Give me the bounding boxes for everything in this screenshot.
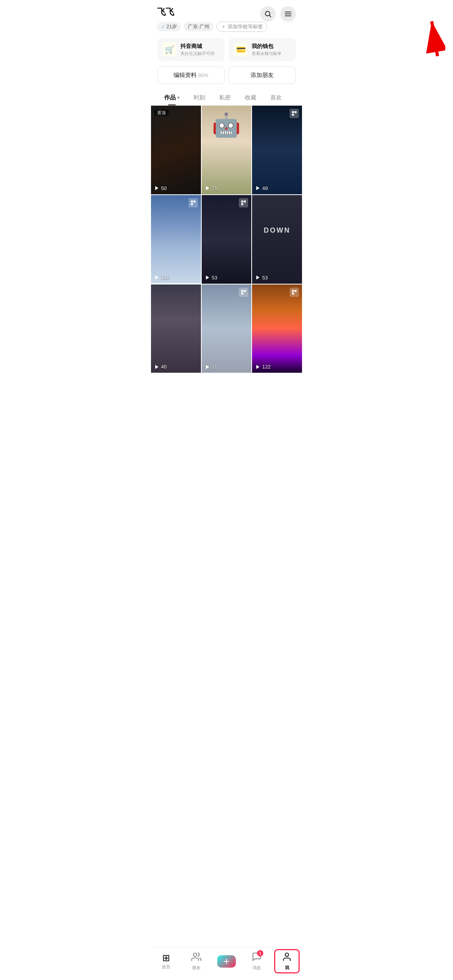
svg-rect-13 (191, 200, 193, 202)
svg-marker-16 (155, 276, 158, 280)
wallet-card-subtitle: 查看余额与账单 (252, 51, 281, 57)
svg-rect-27 (292, 290, 294, 292)
tab-private[interactable]: 私密 (212, 90, 238, 105)
multi-photo-icon (239, 288, 248, 297)
svg-rect-23 (241, 290, 243, 292)
video-item[interactable]: 置顶 50 (151, 106, 201, 194)
video-item[interactable]: 11 (202, 284, 252, 373)
svg-rect-19 (241, 203, 243, 205)
shop-icon: 🛒 (163, 43, 177, 57)
profile-header: 飞飞 ♂ 21岁 广东·广州 ＋ 添加学校等标签 (151, 0, 302, 32)
svg-line-1 (269, 15, 271, 17)
add-tag-button[interactable]: ＋ 添加学校等标签 (216, 22, 267, 32)
emoji-face-overlay: 🤖 (212, 113, 241, 137)
action-buttons: 编辑资料 80% 添加朋友 (151, 67, 302, 84)
tabs-bar: 作品 ▾ 时刻 私密 收藏 喜欢 (151, 90, 302, 106)
video-item[interactable]: 🤖 71 (202, 106, 252, 194)
tab-likes[interactable]: 喜欢 (263, 90, 289, 105)
gender-symbol: ♂ (161, 24, 165, 30)
svg-marker-21 (256, 276, 259, 280)
svg-rect-18 (244, 200, 246, 202)
svg-rect-24 (244, 290, 246, 292)
video-item[interactable]: 122 (252, 284, 302, 373)
video-item[interactable]: 53 (202, 195, 252, 284)
add-friend-button[interactable]: 添加朋友 (228, 67, 296, 84)
wallet-card[interactable]: 💳 我的钱包 查看余额与账单 (228, 38, 296, 61)
video-grid-container: 置顶 50 🤖 71 49 (151, 106, 302, 373)
svg-rect-29 (292, 292, 294, 294)
quick-cards: 🛒 抖音商城 美好生活触手可得 💳 我的钱包 查看余额与账单 (151, 38, 302, 61)
down-text-overlay: DOWN (264, 226, 290, 235)
multi-photo-icon (290, 288, 299, 297)
pin-badge-container: 置顶 (154, 109, 169, 116)
chevron-down-icon: ▾ (177, 95, 180, 100)
svg-marker-22 (155, 365, 158, 369)
video-item[interactable]: 40 (151, 284, 201, 373)
svg-rect-10 (295, 111, 297, 113)
video-item[interactable]: 116 (151, 195, 201, 284)
video-play-count: 49 (255, 185, 268, 191)
svg-marker-8 (206, 186, 209, 190)
location-tag: 广东·广州 (184, 22, 213, 31)
svg-marker-7 (155, 186, 158, 190)
pin-badge: 置顶 (154, 110, 169, 116)
video-item[interactable]: DOWN 53 (252, 195, 302, 284)
video-play-count: 50 (154, 185, 166, 191)
svg-rect-25 (241, 292, 243, 294)
video-play-count: 53 (205, 275, 217, 281)
tab-moments[interactable]: 时刻 (187, 90, 212, 105)
gender-age-tag: ♂ 21岁 (157, 22, 181, 31)
wallet-card-title: 我的钱包 (252, 43, 281, 50)
multi-photo-icon (290, 109, 299, 118)
search-button[interactable] (260, 6, 276, 22)
wallet-icon: 💳 (234, 43, 248, 57)
shop-card-title: 抖音商城 (180, 43, 214, 50)
video-item[interactable]: 49 (252, 106, 302, 194)
svg-rect-11 (292, 114, 294, 116)
menu-button[interactable] (280, 6, 296, 22)
svg-rect-28 (295, 290, 297, 292)
multi-photo-icon (189, 198, 198, 207)
svg-marker-20 (206, 276, 209, 280)
video-play-count: 71 (205, 185, 217, 191)
plus-icon: ＋ (221, 23, 226, 30)
video-play-count: 40 (154, 364, 166, 370)
multi-photo-icon (239, 198, 248, 207)
video-play-count: 11 (205, 364, 217, 370)
tab-works[interactable]: 作品 ▾ (157, 90, 187, 105)
svg-rect-15 (191, 203, 193, 205)
video-play-count: 53 (255, 275, 268, 281)
svg-rect-14 (193, 200, 195, 202)
shop-card[interactable]: 🛒 抖音商城 美好生活触手可得 (157, 38, 225, 61)
svg-marker-26 (206, 365, 209, 369)
video-play-count: 122 (255, 364, 271, 370)
svg-marker-12 (256, 186, 259, 190)
edit-profile-button[interactable]: 编辑资料 80% (157, 67, 225, 84)
svg-marker-30 (256, 365, 259, 369)
svg-rect-17 (241, 200, 243, 202)
svg-rect-9 (292, 111, 294, 113)
video-grid: 置顶 50 🤖 71 49 (151, 106, 302, 373)
tab-favorites[interactable]: 收藏 (238, 90, 263, 105)
video-play-count: 116 (154, 274, 170, 280)
top-icons (260, 6, 296, 22)
profile-meta: ♂ 21岁 广东·广州 ＋ 添加学校等标签 (157, 22, 296, 32)
shop-card-subtitle: 美好生活触手可得 (180, 51, 214, 57)
